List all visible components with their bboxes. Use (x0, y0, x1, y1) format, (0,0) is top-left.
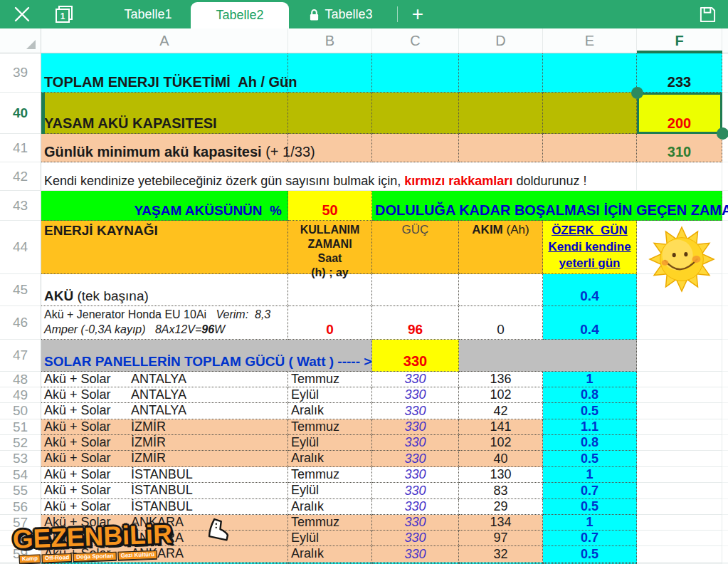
cell-C51[interactable]: 330 (372, 419, 459, 435)
cell-F47[interactable] (637, 340, 722, 372)
row-header-53[interactable]: 53 (0, 451, 41, 467)
tab-tabelle2-active[interactable]: Tabelle2 (191, 2, 289, 28)
cell-F48[interactable] (637, 372, 722, 387)
cell-A46[interactable]: Akü + Jenerator Honda EU 10Ai Verim: 8,3… (41, 306, 288, 340)
cell-E44[interactable]: ÖZERK GÜN Kendi kendine yeterli gün (543, 221, 637, 274)
cell-B53[interactable]: Aralık (288, 451, 372, 467)
cell-A48[interactable]: Akü + SolarANTALYA (41, 372, 288, 387)
save-button[interactable] (687, 0, 728, 28)
cell-A44[interactable]: ENERJİ KAYNAĞI (41, 221, 288, 274)
cell-D52[interactable]: 102 (459, 435, 543, 451)
selection-handle-top-left[interactable] (631, 87, 643, 99)
cell-E54[interactable]: 1 (543, 467, 637, 483)
cell-D39[interactable] (459, 53, 543, 93)
cell-F49[interactable] (637, 387, 722, 403)
cell-B58[interactable]: Eylül (288, 531, 372, 546)
row-header-56[interactable]: 56 (0, 499, 41, 515)
cell-C57[interactable]: 330 (372, 515, 459, 531)
cell-D41[interactable] (459, 134, 543, 162)
close-button[interactable] (0, 0, 44, 28)
cell-F56[interactable] (637, 499, 722, 515)
cell-C53[interactable]: 330 (372, 451, 459, 467)
cell-E56[interactable]: 0.5 (543, 499, 637, 515)
cell-E51[interactable]: 1.1 (543, 419, 637, 435)
cell-B49[interactable]: Eylül (288, 387, 372, 403)
cell-E49[interactable]: 0.8 (543, 387, 637, 403)
cell-B46[interactable]: 0 (288, 306, 372, 340)
cell-B55[interactable]: Eylül (288, 483, 372, 499)
row-header-43[interactable]: 43 (0, 191, 41, 221)
add-sheet-button[interactable]: + (402, 0, 433, 28)
cell-E45[interactable]: 0.4 (543, 274, 637, 306)
row-header-51[interactable]: 51 (0, 419, 41, 435)
cell-D40[interactable] (459, 93, 543, 134)
row-header-42[interactable]: 42 (0, 162, 41, 191)
cell-D56[interactable]: 29 (459, 499, 543, 515)
column-header-F[interactable]: F (637, 28, 722, 53)
cell-C48[interactable]: 330 (372, 372, 459, 387)
cell-D48[interactable]: 136 (459, 372, 543, 387)
cell-A55[interactable]: Akü + SolarİSTANBUL (41, 483, 288, 499)
cell-A42[interactable]: Kendi kendinize yetebileceğiniz özerk gü… (41, 162, 637, 191)
cell-C41[interactable] (372, 134, 459, 162)
cell-D57[interactable]: 134 (459, 515, 543, 531)
cell-C52[interactable]: 330 (372, 435, 459, 451)
cell-E58[interactable]: 0.7 (543, 531, 637, 546)
cell-A50[interactable]: Akü + SolarANTALYA (41, 403, 288, 419)
cell-C59[interactable]: 330 (372, 546, 459, 563)
cell-A53[interactable]: Akü + SolarİZMİR (41, 451, 288, 467)
cell-E50[interactable]: 0.5 (543, 403, 637, 419)
row-header-48[interactable]: 48 (0, 372, 41, 387)
cell-F52[interactable] (637, 435, 722, 451)
cell-A49[interactable]: Akü + SolarANTALYA (41, 387, 288, 403)
cell-B39[interactable] (288, 53, 372, 93)
row-header-39[interactable]: 39 (0, 53, 41, 93)
cell-B57[interactable]: Temmuz (288, 515, 372, 531)
cell-C39[interactable] (372, 53, 459, 93)
tab-tabelle1[interactable]: Tabelle1 (105, 0, 191, 28)
cell-C54[interactable]: 330 (372, 467, 459, 483)
cell-A39[interactable]: TOPLAM ENERJI TÜKETİMİ Ah / Gün (41, 53, 288, 93)
cell-C55[interactable]: 330 (372, 483, 459, 499)
cell-B52[interactable]: Eylül (288, 435, 372, 451)
cell-F58[interactable] (637, 531, 722, 546)
cell-C43[interactable]: DOLULUĞA KADAR BOŞALMASI İÇİN GEÇEN ZAMA… (372, 191, 722, 221)
row-header-49[interactable]: 49 (0, 387, 41, 403)
cell-B51[interactable]: Temmuz (288, 419, 372, 435)
cell-B44[interactable]: KULLANIM ZAMANI Saat (h) ; ay (288, 221, 372, 274)
cell-D44[interactable]: AKIM (Ah) (459, 221, 543, 274)
cell-F54[interactable] (637, 467, 722, 483)
cell-D45[interactable] (459, 274, 543, 306)
row-header-52[interactable]: 52 (0, 435, 41, 451)
sheets-button[interactable]: 1 (44, 0, 84, 28)
cell-E41[interactable] (543, 134, 637, 162)
cell-A52[interactable]: Akü + SolarİZMİR (41, 435, 288, 451)
cell-B56[interactable]: Aralık (288, 499, 372, 515)
cell-C45[interactable] (372, 274, 459, 306)
cell-F42[interactable] (637, 162, 722, 191)
cell-F55[interactable] (637, 483, 722, 499)
cell-A54[interactable]: Akü + SolarİSTANBUL (41, 467, 288, 483)
row-header-46[interactable]: 46 (0, 306, 41, 340)
cell-F39[interactable]: 233 (637, 53, 722, 93)
select-all-corner[interactable] (0, 28, 41, 53)
row-header-44[interactable]: 44 (0, 221, 41, 274)
column-header-E[interactable]: E (543, 28, 637, 53)
cell-E53[interactable]: 0.5 (543, 451, 637, 467)
cell-F51[interactable] (637, 419, 722, 435)
cell-D49[interactable]: 102 (459, 387, 543, 403)
cell-B48[interactable]: Temmuz (288, 372, 372, 387)
cell-F59[interactable] (637, 546, 722, 563)
cell-D47[interactable] (459, 340, 637, 372)
cell-A51[interactable]: Akü + SolarİZMİR (41, 419, 288, 435)
cell-D46[interactable]: 0 (459, 306, 543, 340)
cell-B40[interactable] (288, 93, 372, 134)
cell-A41[interactable]: Günlük minimum akü kapasitesi (+ 1/33) (41, 134, 288, 162)
cell-E52[interactable]: 0.8 (543, 435, 637, 451)
tab-tabelle3[interactable]: Tabelle3 (289, 0, 393, 28)
column-header-C[interactable]: C (372, 28, 459, 53)
cell-B54[interactable]: Temmuz (288, 467, 372, 483)
cell-F53[interactable] (637, 451, 722, 467)
cell-E48[interactable]: 1 (543, 372, 637, 387)
row-header-40[interactable]: 40 (0, 93, 41, 134)
